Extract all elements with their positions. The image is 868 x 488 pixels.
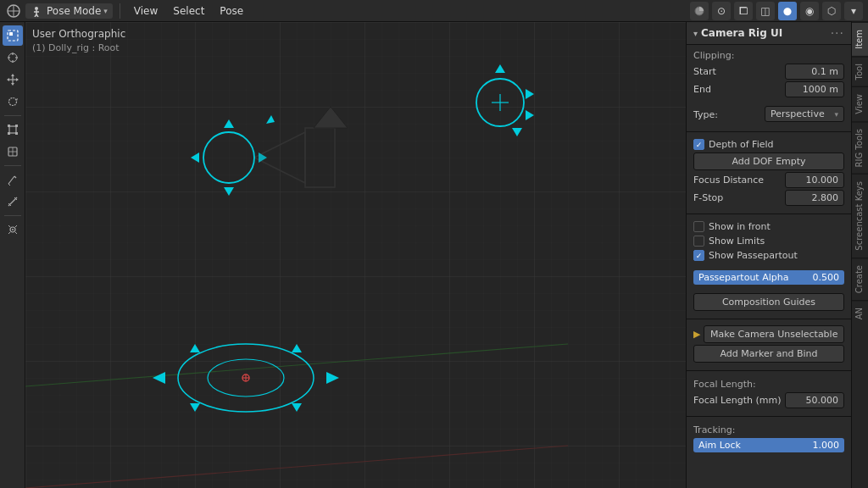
svg-point-22 [8, 98, 16, 106]
xray-icon[interactable]: ⧠ [734, 2, 753, 20]
menu-view[interactable]: View [127, 3, 164, 19]
start-value[interactable]: 0.1 m [785, 64, 844, 80]
type-value: Perspective [771, 108, 825, 119]
svg-line-31 [8, 176, 14, 184]
svg-marker-71 [190, 403, 200, 412]
menu-select[interactable]: Select [166, 3, 211, 19]
tab-rig-tools[interactable]: RIG Tools [852, 121, 868, 174]
tab-an[interactable]: AN [852, 300, 868, 326]
render-icon[interactable]: ⬡ [822, 2, 841, 20]
tool-separator-3 [4, 215, 21, 216]
svg-marker-49 [314, 107, 348, 128]
svg-point-3 [35, 7, 38, 10]
add-marker-bind-button[interactable]: Add Marker and Bind [693, 345, 844, 363]
viewport-header: User Orthographic (1) Dolly_rig : Root [32, 27, 125, 54]
cursor-tool-button[interactable] [3, 47, 23, 68]
measure-tool-button[interactable] [3, 191, 23, 212]
make-camera-unselectable-button[interactable]: Make Camera Unselectable [704, 325, 844, 343]
annotate-tool-button[interactable] [3, 169, 23, 190]
tool-separator-1 [4, 115, 21, 116]
focal-length-mm-label: Focal Length (mm) [693, 395, 785, 406]
settings-icon[interactable]: ▾ [844, 2, 863, 20]
svg-marker-60 [526, 89, 534, 99]
type-dropdown[interactable]: Perspective ▾ [765, 106, 844, 122]
dof-label: Depth of Field [709, 139, 774, 150]
svg-marker-69 [326, 372, 339, 384]
pose-mode-dropdown[interactable]: Pose Mode ▾ [25, 3, 113, 19]
tab-tool[interactable]: Tool [852, 56, 868, 86]
menu-pose[interactable]: Pose [213, 3, 250, 19]
viewport-title: User Orthographic [32, 27, 125, 42]
separator [120, 3, 120, 19]
f-stop-value[interactable]: 2.800 [785, 190, 844, 206]
end-value[interactable]: 1000 m [785, 81, 844, 97]
svg-marker-18 [11, 74, 14, 76]
tab-create[interactable]: Create [852, 258, 868, 300]
type-label: Type: [693, 109, 761, 120]
rotate-tool-button[interactable] [3, 92, 23, 112]
move-tool-button[interactable] [3, 69, 23, 90]
svg-marker-72 [292, 344, 302, 352]
dof-checkbox[interactable] [693, 139, 704, 150]
tab-item[interactable]: Item [852, 22, 868, 56]
aim-lock-row[interactable]: Aim Lock 1.000 [693, 438, 844, 452]
main-layout: User Orthographic (1) Dolly_rig : Root C… [0, 22, 868, 488]
extra-tool-button[interactable] [3, 219, 23, 240]
wireframe-icon[interactable]: ◫ [756, 2, 775, 20]
show-in-front-checkbox[interactable] [693, 221, 704, 232]
menu-bar: View Select Pose [127, 3, 250, 19]
camera-selectable-section: ▶ Make Camera Unselectable Add Marker an… [687, 322, 851, 368]
focal-length-mm-value[interactable]: 50.000 [785, 392, 844, 408]
tab-view[interactable]: View [852, 86, 868, 121]
svg-line-32 [14, 176, 16, 178]
svg-rect-23 [9, 126, 16, 133]
focus-distance-value[interactable]: 10.000 [785, 172, 844, 188]
divider-1 [687, 131, 851, 132]
svg-rect-10 [9, 32, 13, 36]
passepartout-alpha-label: Passepartout Alpha [698, 272, 813, 283]
svg-rect-24 [8, 125, 10, 127]
end-field-row: End 1000 m [693, 81, 844, 97]
svg-marker-54 [224, 187, 234, 196]
add-dof-empty-button[interactable]: Add DOF Empty [693, 152, 844, 170]
overlay-icon[interactable]: ⊙ [712, 2, 731, 20]
transform-tool-button[interactable] [3, 141, 23, 162]
pin-icon: ▶ [693, 329, 700, 340]
blender-icon [5, 3, 22, 19]
pose-mode-label: Pose Mode [47, 5, 101, 17]
composition-section: Composition Guides [687, 290, 851, 316]
solid-icon[interactable]: ● [778, 2, 797, 20]
tab-screencast-keys[interactable]: Screencast Keys [852, 174, 868, 258]
dropdown-arrow-icon: ▾ [103, 7, 108, 15]
passepartout-alpha-row[interactable]: Passepartout Alpha 0.500 [693, 270, 844, 285]
viewport-shading-icon[interactable] [690, 2, 709, 20]
left-toolbar [0, 22, 25, 488]
passepartout-section: Passepartout Alpha 0.500 [687, 267, 851, 290]
aim-lock-value: 1.000 [813, 440, 840, 451]
start-label: Start [693, 66, 785, 77]
scale-tool-button[interactable] [3, 119, 23, 140]
svg-rect-9 [8, 30, 18, 41]
composition-guides-button[interactable]: Composition Guides [693, 293, 844, 311]
dof-checkbox-row: Depth of Field [693, 138, 844, 151]
material-icon[interactable]: ◉ [800, 2, 819, 20]
svg-line-42 [15, 232, 17, 234]
show-in-front-row: Show in front [693, 220, 844, 233]
show-limits-checkbox[interactable] [693, 236, 704, 247]
svg-rect-48 [305, 128, 335, 187]
divider-3 [687, 319, 851, 319]
viewport-subtitle: (1) Dolly_rig : Root [32, 42, 125, 54]
f-stop-row: F-Stop 2.800 [693, 190, 844, 206]
tool-separator-2 [4, 165, 21, 166]
svg-rect-26 [8, 132, 10, 135]
svg-marker-73 [190, 344, 200, 352]
viewport[interactable]: User Orthographic (1) Dolly_rig : Root [25, 22, 686, 488]
panel-options-icon[interactable]: ··· [831, 26, 844, 40]
passepartout-alpha-value: 0.500 [813, 272, 840, 283]
svg-rect-27 [15, 132, 18, 135]
select-tool-button[interactable] [3, 25, 23, 46]
show-passepartout-row: Show Passepartout [693, 249, 844, 262]
svg-line-41 [8, 232, 10, 234]
show-passepartout-checkbox[interactable] [693, 250, 704, 261]
focal-length-section-label: Focal Length: [693, 379, 844, 390]
